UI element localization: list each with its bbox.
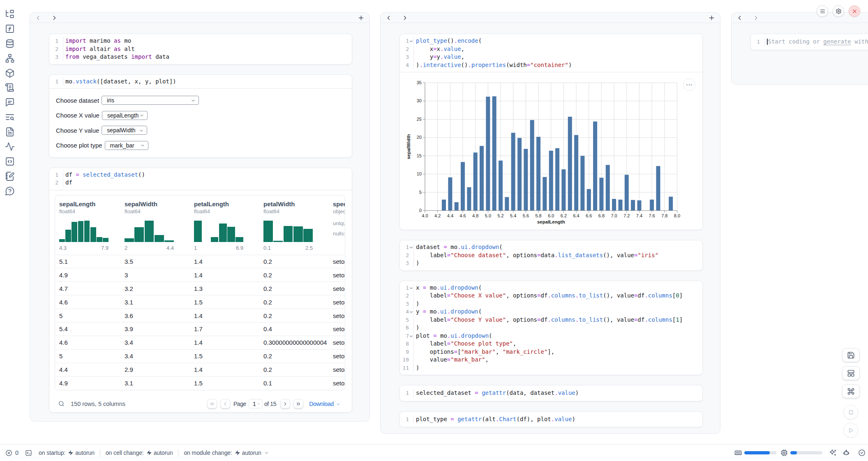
table-cell: 1.7 (190, 322, 259, 336)
fold-spacer (409, 340, 413, 348)
sidebar-snippets-button[interactable] (5, 157, 15, 166)
layout-toggle-button[interactable] (842, 366, 860, 380)
errors-indicator[interactable]: 0 (5, 449, 18, 456)
table-cell: setosa (329, 322, 345, 336)
sidebar-function-square-button[interactable] (5, 24, 15, 34)
code-line: 1import marimo as mo (49, 37, 352, 45)
sidebar-logs-button[interactable] (5, 83, 15, 92)
sidebar-database-button[interactable] (5, 39, 15, 48)
column-move-right-button[interactable] (49, 13, 59, 23)
table-row: 4.73.21.30.2setosa (55, 282, 345, 295)
code-editor[interactable]: 1Start coding or generate with AI. (751, 34, 868, 50)
sidebar-list-search-button[interactable] (5, 112, 15, 122)
code-editor[interactable]: 1df = selected_dataset()2df (49, 168, 352, 190)
terminal-button[interactable] (25, 449, 32, 456)
code-editor[interactable]: 1dataset = mo.ui.dropdown(2 label="Choos… (400, 240, 702, 270)
svg-text:7.8: 7.8 (661, 213, 667, 218)
connection-status-icon[interactable] (858, 449, 866, 456)
download-button[interactable]: Download (309, 401, 341, 407)
first-page-button[interactable] (207, 399, 217, 408)
table-cell: 1.4 (190, 336, 259, 349)
search-icon[interactable] (58, 400, 65, 407)
fold-spacer (58, 45, 63, 53)
notebook-menu-button[interactable] (817, 5, 828, 17)
next-page-button[interactable] (280, 399, 290, 408)
column-move-right-button[interactable] (400, 13, 410, 23)
fold-toggle[interactable] (409, 284, 413, 292)
dropdown-choose-x-value[interactable]: sepalLength (102, 111, 148, 120)
svg-text:7.2: 7.2 (623, 213, 630, 218)
code-editor[interactable]: 1plot_type = getattr(alt.Chart(df), plot… (400, 412, 702, 427)
sidebar-documentation-button[interactable] (5, 127, 15, 137)
code-editor[interactable]: 1mo.vstack([dataset, x, y, plot]) (49, 75, 352, 89)
run-button[interactable] (843, 423, 858, 438)
svg-text:0: 0 (419, 208, 422, 213)
column-header[interactable]: sepalWidthfloat6424.4 (120, 196, 190, 255)
code-editor[interactable]: 1selected_dataset = getattr(data, datase… (400, 385, 702, 401)
fold-toggle[interactable] (409, 243, 413, 251)
save-button[interactable] (842, 348, 860, 362)
sidebar-help-button[interactable] (5, 186, 15, 196)
previous-page-button[interactable] (220, 399, 230, 408)
runtime-config-on-cell-change[interactable]: on cell change:autorun (106, 449, 173, 456)
code-line: 1df = selected_dataset() (49, 171, 352, 179)
code-line: 3) (400, 259, 702, 267)
memory-meter (744, 451, 776, 454)
chart-menu-button[interactable] (683, 78, 695, 91)
add-column-button[interactable] (706, 13, 716, 23)
column-header[interactable]: speciesobjectunique: 3nulls: 0 (329, 196, 345, 255)
column-header[interactable]: sepalLengthfloat644.37.9 (55, 196, 120, 255)
column-move-left-button[interactable] (33, 13, 43, 23)
circle-x-icon (5, 449, 12, 456)
fold-toggle[interactable] (409, 308, 413, 316)
runtime-config-on-module-change[interactable]: on module change:autorun (184, 449, 269, 456)
table-cell: 0.2 (259, 349, 329, 363)
table-cell: 3.1 (120, 295, 190, 309)
add-column-button[interactable] (356, 13, 366, 23)
line-number: 10 (400, 356, 409, 364)
column-header[interactable]: petalLengthfloat6416.9 (190, 196, 259, 255)
fold-spacer (409, 364, 413, 372)
code-line: 3) (400, 300, 702, 308)
dropdown-row: Choose datasetiris (56, 96, 345, 105)
last-page-button[interactable] (293, 399, 303, 408)
column-header[interactable]: petalWidthfloat640.12.5 (259, 196, 329, 255)
dropdown-choose-plot-type[interactable]: mark_bar (105, 141, 148, 150)
table-cell: 1.5 (190, 376, 259, 390)
code-editor[interactable]: 1plot_type().encode(2 x=x.value,3 y=y.va… (400, 34, 702, 72)
fold-toggle[interactable] (409, 332, 413, 340)
shutdown-button[interactable] (849, 5, 860, 17)
sidebar-tracing-button[interactable] (5, 142, 15, 152)
sidebar-packages-button[interactable] (5, 68, 15, 78)
code-cell-plot-type: 1plot_type = getattr(alt.Chart(df), plot… (399, 411, 703, 428)
altair-bar-chart[interactable]: 4.04.24.44.64.85.05.25.45.65.86.06.26.46… (406, 79, 682, 227)
sidebar-scratchpad-button[interactable] (5, 171, 15, 181)
fold-toggle[interactable] (409, 37, 413, 45)
fold-spacer (409, 356, 413, 364)
code-editor[interactable]: 1import marimo as mo2import altair as al… (49, 34, 352, 64)
settings-button[interactable] (833, 5, 844, 17)
table-cell: 1.3 (190, 282, 259, 295)
dropdown-choose-dataset[interactable]: iris (102, 96, 199, 105)
page-select[interactable]: 1 (249, 399, 263, 408)
column-move-left-button[interactable] (383, 13, 393, 23)
runtime-config-on-startup[interactable]: on startup:autorun (39, 449, 95, 456)
sidebar-chat-button[interactable] (5, 97, 15, 107)
table-cell: 1.4 (190, 255, 259, 268)
svg-text:6.4: 6.4 (573, 213, 579, 218)
dropdown-choose-y-value[interactable]: sepalWidth (102, 126, 147, 135)
status-bar: 0 on startup:autorunon cell change:autor… (0, 444, 868, 461)
column-move-left-button[interactable] (734, 13, 744, 23)
ai-sparkles-button[interactable] (829, 449, 837, 456)
sidebar-file-tree-button[interactable] (5, 9, 15, 19)
command-palette-button[interactable] (842, 384, 860, 398)
code-editor[interactable]: 1x = mo.ui.dropdown(2 label="Choose X va… (400, 281, 702, 375)
generate-with-ai-link[interactable]: generate (823, 38, 851, 45)
sidebar-dependencies-button[interactable] (5, 53, 15, 63)
table-cell: setosa (329, 309, 345, 323)
assistant-bot-button[interactable] (843, 449, 850, 456)
line-number: 2 (49, 179, 58, 187)
stop-button[interactable] (843, 405, 858, 420)
column-move-right-button[interactable] (751, 13, 761, 23)
row-count: 150 rows, 5 columns (71, 401, 125, 407)
